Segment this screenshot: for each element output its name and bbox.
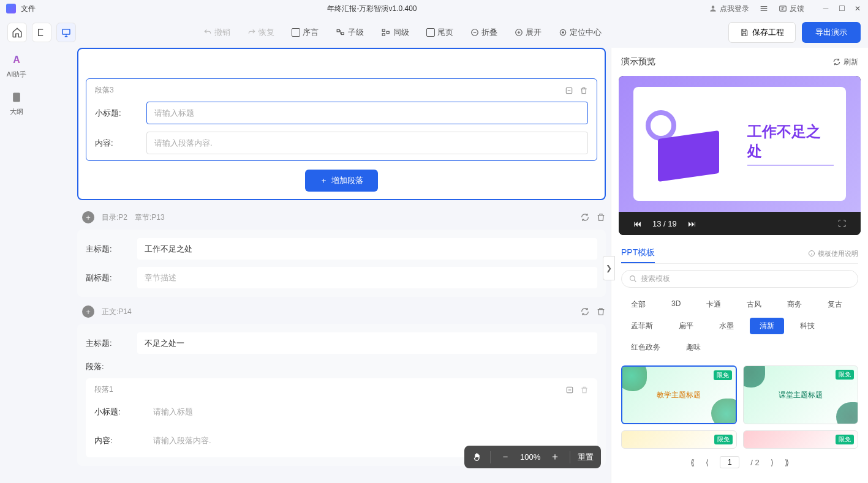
delete-section-icon[interactable] [596, 212, 606, 222]
expand-icon [515, 28, 523, 37]
pagination: ⟪ ⟨ / 2 ⟩ ⟫ [621, 449, 858, 476]
template-tag[interactable]: 科技 [790, 318, 825, 334]
template-search[interactable]: 搜索模板 [621, 270, 858, 288]
sync-icon[interactable] [580, 307, 590, 316]
child-button[interactable]: 子级 [336, 27, 364, 38]
chapter-card: 主标题: 副标题: [77, 230, 606, 297]
refresh-icon [832, 58, 841, 66]
redo-button[interactable]: 恢复 [247, 27, 274, 38]
template-tag[interactable]: 趣味 [676, 339, 711, 356]
body-content-label: 内容: [94, 435, 141, 446]
titlebar: 文件 年终汇报-万彩智演v1.0.400 点我登录 反馈 ─ ☐ ✕ [0, 0, 868, 17]
body-main-title-input[interactable] [137, 332, 597, 354]
page-input[interactable] [720, 456, 739, 468]
template-section: PPT模板 模板使用说明 搜索模板 全部3D卡通古风商务复古孟菲斯扁平水墨清新科… [619, 235, 861, 476]
main-title-input[interactable] [137, 238, 597, 260]
body-label: 正文:P14 [102, 307, 132, 317]
body-card: 主标题: 段落: 段落1 小标题: 内容: [77, 324, 606, 466]
template-item-2[interactable]: 课堂主题标题 限免 [743, 365, 859, 424]
save-button[interactable]: 保存工程 [728, 22, 796, 43]
template-tag[interactable]: 复古 [818, 296, 852, 313]
refresh-button[interactable]: 刷新 [832, 57, 858, 67]
svg-rect-1 [780, 6, 787, 11]
zoom-reset-button[interactable]: 重置 [578, 452, 594, 463]
template-badge: 限免 [836, 435, 854, 444]
template-help[interactable]: 模板使用说明 [808, 249, 858, 258]
sibling-button[interactable]: 同级 [381, 27, 409, 38]
body-main-title-label: 主标题: [86, 338, 132, 349]
template-item-3[interactable]: 限免 [621, 430, 737, 449]
zoom-toolbar: － 100% ＋ 重置 [464, 446, 601, 468]
next-page-button[interactable]: ⟩ [771, 458, 774, 467]
feedback-button[interactable]: 反馈 [779, 4, 804, 14]
subtitle-input[interactable] [146, 102, 588, 124]
last-page-button[interactable]: ⟫ [785, 458, 789, 467]
body-subtitle-label: 小标题: [94, 406, 141, 417]
home-button[interactable] [7, 23, 27, 42]
template-tag[interactable]: 卡通 [696, 296, 731, 313]
body-subtitle-input[interactable] [146, 401, 589, 422]
first-page-button[interactable]: ⟪ [690, 458, 695, 467]
collapse-panel-button[interactable]: ❯ [603, 256, 615, 280]
minimize-button[interactable]: ─ [821, 4, 830, 13]
template-grid: 教学主题标题 限免 课堂主题标题 限免 限免 限免 [621, 365, 858, 449]
template-tag[interactable]: 清新 [750, 318, 784, 334]
collapse-icon[interactable] [565, 386, 574, 394]
svg-rect-12 [13, 93, 20, 102]
close-button[interactable]: ✕ [853, 4, 862, 13]
doc-icon [9, 90, 24, 105]
template-tag[interactable]: 扁平 [669, 318, 703, 334]
template-tag[interactable]: 全部 [621, 296, 655, 313]
locate-button[interactable]: 定位中心 [559, 27, 602, 38]
delete-body-icon[interactable] [596, 307, 606, 316]
outline-view-button[interactable] [32, 23, 51, 42]
next-slide-button[interactable]: ⏭ [682, 219, 702, 228]
undo-button[interactable]: 撤销 [203, 27, 230, 38]
sub-title-input[interactable] [137, 267, 597, 288]
maximize-button[interactable]: ☐ [837, 4, 846, 13]
zoom-out-button[interactable]: － [498, 451, 513, 463]
ai-icon: A [9, 53, 24, 67]
hand-icon[interactable] [472, 452, 483, 463]
add-paragraph-button[interactable]: ＋ 增加段落 [305, 170, 378, 192]
sidebar-ai[interactable]: A AI助手 [7, 53, 26, 79]
add-body-icon[interactable]: ＋ [82, 305, 94, 318]
content-input[interactable] [146, 132, 588, 154]
sync-icon[interactable] [580, 212, 590, 222]
svg-rect-2 [62, 29, 70, 34]
collapse-para-icon[interactable] [565, 86, 573, 95]
delete-icon[interactable] [580, 386, 589, 394]
template-tag[interactable]: 3D [662, 296, 690, 313]
undo-icon [203, 28, 212, 37]
redo-icon [247, 28, 256, 37]
template-tag[interactable]: 红色政务 [621, 339, 670, 356]
expand-button[interactable]: 展开 [515, 27, 542, 38]
preface-button[interactable]: 序言 [292, 27, 319, 38]
catalog-label: 目录:P2 [102, 212, 127, 223]
template-tag[interactable]: 水墨 [709, 318, 744, 334]
presentation-view-button[interactable] [56, 23, 76, 42]
preview-box: 工作不足之处 ⏮ 13 / 19 ⏭ ⛶ [619, 76, 861, 235]
file-menu[interactable]: 文件 [21, 4, 36, 14]
template-tag[interactable]: 商务 [777, 296, 812, 313]
add-section-icon[interactable]: ＋ [82, 211, 94, 223]
template-badge: 限免 [714, 370, 732, 380]
prev-page-button[interactable]: ⟨ [706, 458, 709, 467]
login-button[interactable]: 点我登录 [709, 4, 749, 14]
delete-para-icon[interactable] [579, 86, 588, 95]
zoom-in-button[interactable]: ＋ [548, 451, 562, 463]
sidebar-outline[interactable]: 大纲 [9, 90, 24, 116]
template-tab[interactable]: PPT模板 [621, 244, 655, 263]
template-tag[interactable]: 古风 [737, 296, 771, 313]
collapse-button[interactable]: 折叠 [470, 27, 497, 38]
template-item-1[interactable]: 教学主题标题 限免 [621, 365, 737, 424]
fullscreen-button[interactable]: ⛶ [832, 219, 852, 228]
subtitle-label: 小标题: [95, 108, 142, 119]
prev-slide-button[interactable]: ⏮ [627, 219, 647, 228]
section-meta-2: ＋ 正文:P14 [82, 305, 606, 318]
tail-button[interactable]: 尾页 [426, 27, 453, 38]
menu-icon[interactable] [759, 4, 769, 13]
template-tag[interactable]: 孟菲斯 [621, 318, 663, 334]
template-item-4[interactable]: 限免 [743, 430, 859, 449]
export-button[interactable]: 导出演示 [802, 22, 861, 43]
